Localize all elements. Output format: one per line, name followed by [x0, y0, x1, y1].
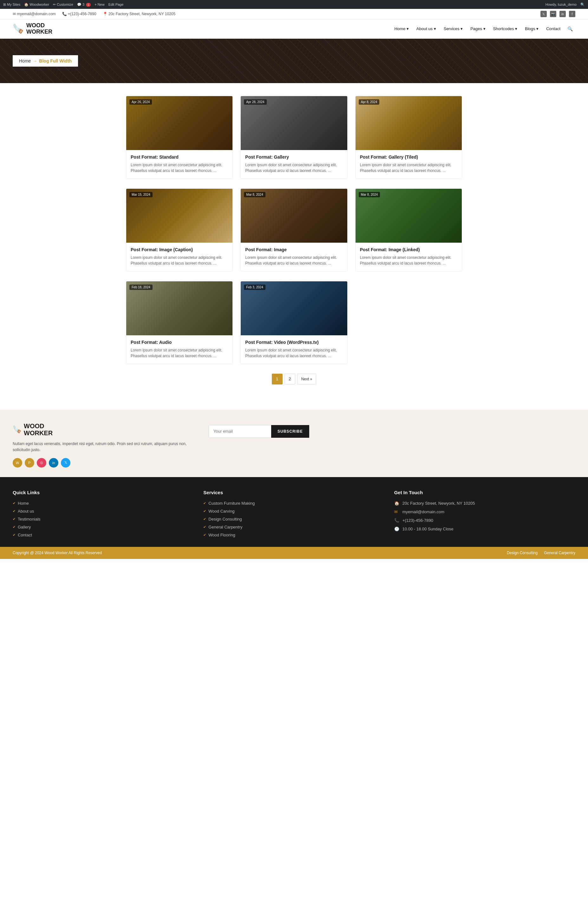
footer-bottom-services: Design Consulting General Carpentry [507, 551, 575, 555]
blog-post-7[interactable]: Feb 3, 2024 Post Format: Video (WordPres… [241, 281, 347, 364]
instagram-icon[interactable]: 📷 [550, 11, 556, 17]
admin-search[interactable]: 🔍 [580, 3, 585, 6]
footer-social: W P ◎ in 𝕏 [13, 458, 196, 467]
email-icon: ✉ [394, 509, 399, 514]
bottom-service-2: General Carpentry [544, 551, 575, 555]
footer-top: 🪚 WOOD WORKER Nullam eget lacus venenati… [0, 410, 588, 477]
blog-post-1[interactable]: Apr 28, 2024 Post Format: Gallery Lorem … [241, 96, 347, 179]
top-info-left: ✉ myemail@domain.com 📞 +(123)-456-7890 📍… [13, 12, 175, 16]
blog-grid-row2: Mar 15, 2024 Post Format: Image (Caption… [126, 188, 462, 272]
blog-post-3[interactable]: Mar 15, 2024 Post Format: Image (Caption… [126, 188, 233, 272]
post-excerpt-0: Lorem ipsum dolor sit amet consectetur a… [131, 162, 228, 173]
footer-wordpress-icon[interactable]: W [13, 458, 22, 467]
check-icon: ✔ [13, 525, 16, 529]
admin-customize[interactable]: ✏ Customize [53, 3, 73, 6]
check-icon: ✔ [203, 501, 206, 505]
contact-title: Get In Touch [394, 490, 575, 495]
post-body-3: Post Format: Image (Caption) Lorem ipsum… [126, 242, 233, 271]
blog-grid-row1: Apr 26, 2024 Post Format: Standard Lorem… [126, 96, 462, 179]
service-wood-flooring[interactable]: ✔ Wood Flooring [203, 533, 384, 537]
main-nav: Home ▾ About us ▾ Services ▾ Pages ▾ Sho… [391, 24, 575, 34]
blog-post-5[interactable]: Mar 8, 2024 Post Format: Image (Linked) … [355, 188, 462, 272]
footer-bottom: Copyright @ 2024 Wood Worker All Rights … [0, 547, 588, 559]
nav-about[interactable]: About us ▾ [413, 24, 439, 34]
twitter-icon[interactable]: 𝕏 [540, 11, 547, 17]
post-date-5: Mar 8, 2024 [359, 192, 380, 197]
next-page-button[interactable]: Next » [297, 374, 317, 385]
top-info-right: 𝕏 📷 in f [540, 11, 575, 17]
post-title-3: Post Format: Image (Caption) [131, 247, 228, 252]
quick-link-testimonials[interactable]: ✔ Testimonials [13, 517, 194, 522]
post-date-1: Apr 28, 2024 [244, 99, 267, 105]
admin-comments[interactable]: 💬 3 1 [77, 3, 91, 6]
blog-grid-row3: Feb 18, 2024 Post Format: Audio Lorem ip… [126, 281, 462, 364]
admin-new[interactable]: + New [95, 3, 105, 6]
quick-link-gallery[interactable]: ✔ Gallery [13, 525, 194, 529]
post-excerpt-5: Lorem ipsum dolor sit amet consectetur a… [360, 255, 457, 266]
post-excerpt-3: Lorem ipsum dolor sit amet consectetur a… [131, 255, 228, 266]
nav-blogs[interactable]: Blogs ▾ [522, 24, 542, 34]
copyright-text: Copyright @ 2024 Wood Worker All Rights … [13, 551, 102, 555]
blog-post-0[interactable]: Apr 26, 2024 Post Format: Standard Lorem… [126, 96, 233, 179]
post-image-3: Mar 15, 2024 [126, 189, 233, 242]
facebook-icon[interactable]: f [569, 11, 575, 17]
logo-text: WOOD WORKER [26, 23, 52, 35]
nav-contact[interactable]: Contact [543, 24, 564, 34]
post-title-0: Post Format: Standard [131, 155, 228, 160]
top-info-bar: ✉ myemail@domain.com 📞 +(123)-456-7890 📍… [0, 9, 588, 19]
quick-link-about[interactable]: ✔ About us [13, 509, 194, 514]
search-button[interactable]: 🔍 [565, 24, 575, 33]
main-header: 🪚 WOOD WORKER Home ▾ About us ▾ Services… [0, 19, 588, 39]
post-image-2: Apr 8, 2024 [355, 96, 462, 150]
blog-post-2[interactable]: Apr 8, 2024 Post Format: Gallery (Tiled)… [355, 96, 462, 179]
quick-link-contact[interactable]: ✔ Contact [13, 533, 194, 537]
admin-woodworker[interactable]: 🏠 Woodworker [24, 3, 49, 6]
footer-instagram-icon[interactable]: ◎ [37, 458, 46, 467]
admin-user: Howdy, luzuk_demo [546, 3, 577, 6]
admin-my-sites[interactable]: ⊞ My Sites [3, 3, 20, 6]
footer-pin-icon[interactable]: P [25, 458, 34, 467]
post-date-7: Feb 3, 2024 [244, 284, 265, 290]
check-icon: ✔ [203, 533, 206, 537]
service-custom-furniture[interactable]: ✔ Custom Furniture Making [203, 501, 384, 506]
page-1-button[interactable]: 1 [272, 374, 283, 385]
footer-contact-col: Get In Touch 🏠 20c Factory Street, Newyo… [394, 490, 575, 540]
footer-logo: 🪚 WOOD WORKER [13, 422, 196, 436]
nav-services[interactable]: Services ▾ [441, 24, 466, 34]
service-design-consulting[interactable]: ✔ Design Consulting [203, 517, 384, 522]
logo-icon: 🪚 [13, 23, 24, 34]
nav-pages[interactable]: Pages ▾ [467, 24, 488, 34]
breadcrumb-home[interactable]: Home [19, 58, 31, 63]
logo[interactable]: 🪚 WOOD WORKER [13, 23, 52, 35]
linkedin-icon[interactable]: in [559, 11, 566, 17]
admin-edit-page[interactable]: Edit Page [108, 3, 124, 6]
admin-bar: ⊞ My Sites 🏠 Woodworker ✏ Customize 💬 3 … [0, 0, 588, 9]
post-image-7: Feb 3, 2024 [241, 281, 347, 335]
nav-home[interactable]: Home ▾ [391, 24, 412, 34]
breadcrumb-arrow: → [33, 58, 37, 63]
service-wood-carving[interactable]: ✔ Wood Carving [203, 509, 384, 514]
pagination: 1 2 Next » [126, 374, 462, 385]
nav-shortcodes[interactable]: Shortcodes ▾ [490, 24, 520, 34]
post-date-6: Feb 18, 2024 [129, 284, 153, 290]
post-image-6: Feb 18, 2024 [126, 281, 233, 335]
post-body-1: Post Format: Gallery Lorem ipsum dolor s… [241, 150, 347, 179]
post-title-2: Post Format: Gallery (Tiled) [360, 155, 457, 160]
quick-link-home[interactable]: ✔ Home [13, 501, 194, 506]
footer-subscribe-section: SUBSCRIBE [209, 422, 575, 467]
email-subscribe-input[interactable] [209, 425, 271, 438]
footer-twitter-icon[interactable]: 𝕏 [61, 458, 70, 467]
footer-description: Nullam eget lacus venenatis, imperdiet n… [13, 441, 196, 453]
page-2-button[interactable]: 2 [284, 374, 295, 385]
footer-linkedin-icon[interactable]: in [49, 458, 58, 467]
post-title-6: Post Format: Audio [131, 340, 228, 345]
blog-post-6[interactable]: Feb 18, 2024 Post Format: Audio Lorem ip… [126, 281, 233, 364]
check-icon: ✔ [13, 509, 16, 513]
service-general-carpentry[interactable]: ✔ General Carpentry [203, 525, 384, 529]
subscribe-button[interactable]: SUBSCRIBE [271, 425, 309, 438]
blog-post-4[interactable]: Mar 8, 2024 Post Format: Image Lorem ips… [241, 188, 347, 272]
bottom-service-1: Design Consulting [507, 551, 538, 555]
check-icon: ✔ [13, 533, 16, 537]
post-image-4: Mar 8, 2024 [241, 189, 347, 242]
admin-bar-left: ⊞ My Sites 🏠 Woodworker ✏ Customize 💬 3 … [3, 3, 123, 6]
